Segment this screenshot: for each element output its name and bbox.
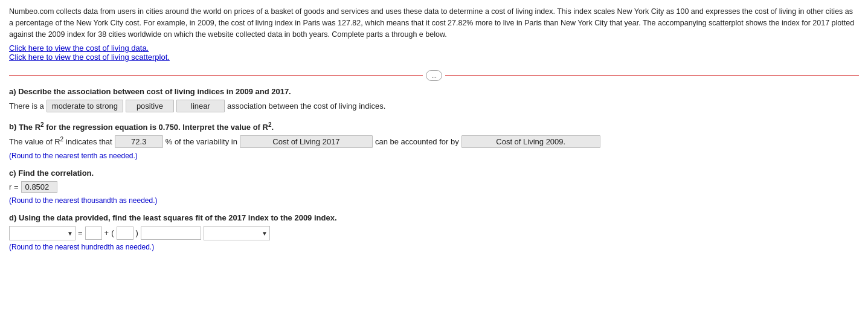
link-cost-data[interactable]: Click here to view the cost of living da… xyxy=(9,43,149,53)
part-b-accounted-box: Cost of Living 2009. xyxy=(461,135,600,148)
part-b-question: b) The R2 for the regression equation is… xyxy=(9,121,859,131)
part-b-prefix: The value of R2 xyxy=(9,136,63,146)
part-c-section: c) Find the correlation. r = 0.8502 (Rou… xyxy=(9,169,859,205)
part-b-middle: indicates that xyxy=(66,137,112,146)
eq-variable-input[interactable] xyxy=(141,227,201,240)
part-a-box1: moderate to strong xyxy=(47,100,123,112)
divider-pill: ... xyxy=(426,70,442,81)
part-a-box3: linear xyxy=(176,100,225,112)
part-d-label: d) xyxy=(9,213,16,222)
part-a-answer-row: There is a moderate to strong positive l… xyxy=(9,100,859,112)
part-a-question: a) Describe the association between cost… xyxy=(9,87,859,96)
part-c-answer-row: r = 0.8502 xyxy=(9,181,859,193)
eq-close-paren: ) xyxy=(136,228,138,237)
eq-left-select[interactable] xyxy=(9,226,76,240)
part-b-section: b) The R2 for the regression equation is… xyxy=(9,121,859,159)
part-a-suffix: association between the cost of living i… xyxy=(227,101,385,111)
link-scatterplot[interactable]: Click here to view the cost of living sc… xyxy=(9,53,170,62)
part-a-section: a) Describe the association between cost… xyxy=(9,87,859,112)
part-a-label: a) xyxy=(9,87,16,96)
part-d-question-text: Using the data provided, find the least … xyxy=(19,213,337,222)
part-b-percent-sign: % of the variability in xyxy=(166,137,237,146)
eq-open-paren: ( xyxy=(111,228,114,237)
part-a-prefix: There is a xyxy=(9,101,44,111)
part-b-r-sup: 2 xyxy=(60,136,64,143)
part-d-question: d) Using the data provided, find the lea… xyxy=(9,213,859,222)
eq-slope-input[interactable] xyxy=(117,227,133,240)
part-a-question-text: Describe the association between cost of… xyxy=(18,87,291,96)
part-b-sup2: 2 xyxy=(268,121,272,127)
part-b-hint: (Round to the nearest tenth as needed.) xyxy=(9,152,859,160)
part-b-sup1: 2 xyxy=(40,121,44,127)
part-c-question-text: Find the correlation. xyxy=(18,169,94,178)
part-a-box2: positive xyxy=(126,100,174,112)
part-b-can-text: can be accounted for by xyxy=(375,137,459,146)
eq-intercept-input[interactable] xyxy=(85,227,102,240)
part-b-answer-row: The value of R2 indicates that 72.3 % of… xyxy=(9,135,859,148)
part-c-hint: (Round to the nearest thousandth as need… xyxy=(9,196,859,205)
eq-left-select-wrapper[interactable] xyxy=(9,226,76,240)
part-b-label: b) xyxy=(9,123,16,132)
part-b-variable-box: Cost of Living 2017 xyxy=(240,135,373,148)
eq-right-select-wrapper[interactable] xyxy=(204,226,270,240)
part-d-hint: (Round to the nearest hundredth as neede… xyxy=(9,243,859,251)
eq-plus: + xyxy=(104,228,109,237)
part-c-question: c) Find the correlation. xyxy=(9,169,859,178)
part-c-r-label: r = xyxy=(9,182,19,191)
divider-line-left xyxy=(9,76,423,76)
part-d-equation-row: = + ( ) xyxy=(9,226,859,240)
eq-right-select[interactable] xyxy=(204,226,270,240)
part-b-question-text: The R2 for the regression equation is 0.… xyxy=(19,123,274,132)
eq-equals: = xyxy=(78,228,83,237)
part-c-r-value: 0.8502 xyxy=(21,181,57,193)
divider: ... xyxy=(9,70,859,81)
intro-paragraph: Numbeo.com collects data from users in c… xyxy=(9,6,859,40)
part-d-section: d) Using the data provided, find the lea… xyxy=(9,213,859,251)
divider-line-right xyxy=(445,76,859,76)
part-b-percent-box: 72.3 xyxy=(115,135,163,148)
part-c-label: c) xyxy=(9,169,16,178)
